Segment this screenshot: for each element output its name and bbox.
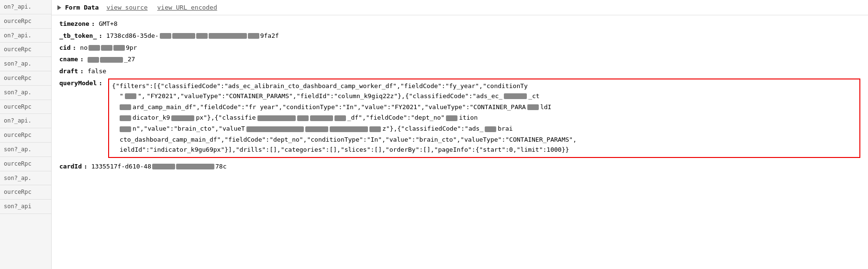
querymodel-field-name: queryModel bbox=[59, 78, 97, 89]
sidebar-item-5[interactable]: ourceRpc bbox=[0, 71, 51, 86]
redact-block bbox=[88, 57, 99, 63]
redact-block bbox=[248, 33, 259, 39]
sidebar-item-4[interactable]: son?_ap. bbox=[0, 57, 51, 71]
querymodel-line3: ard_camp_main_df","fieldCode":"fr year",… bbox=[112, 102, 857, 112]
redact-block bbox=[446, 115, 457, 121]
redact-block bbox=[171, 115, 194, 121]
querymodel-line6: cto_dashboard_camp_main_df","fieldCode":… bbox=[112, 135, 857, 145]
redact-block bbox=[113, 45, 125, 51]
redact-block bbox=[152, 164, 175, 169]
tb-token-field-value: 1738cd86-35de- 9fa2f bbox=[106, 31, 279, 41]
main-panel: Form Data view source view URL encoded t… bbox=[52, 0, 868, 269]
cardid-row: cardId : 1335517f-d610-48 78c bbox=[59, 162, 860, 172]
querymodel-line4: dicator_k9 px"},{"classifie _df","fieldC… bbox=[112, 113, 857, 123]
sidebar-item-1[interactable]: ourceRpc bbox=[0, 14, 51, 29]
sidebar-item-11[interactable]: ourceRpc bbox=[0, 157, 51, 171]
redact-block bbox=[485, 126, 496, 132]
header-bar: Form Data view source view URL encoded bbox=[52, 0, 868, 15]
sidebar-item-3[interactable]: ourceRpc bbox=[0, 43, 51, 57]
querymodel-row: queryModel : {"filters":[{"classifiedCod… bbox=[59, 78, 860, 160]
redact-block bbox=[297, 115, 309, 121]
cid-row: cid : no 9pr bbox=[59, 43, 860, 53]
expand-triangle-icon bbox=[57, 5, 61, 10]
redact-block bbox=[310, 115, 333, 121]
sidebar-item-8[interactable]: on?_api. bbox=[0, 114, 51, 128]
querymodel-line7: ieldId":"indicator_k9gu69px"}],"drills":… bbox=[112, 145, 857, 155]
redact-block bbox=[257, 115, 296, 121]
redact-block bbox=[125, 93, 136, 99]
redact-block bbox=[246, 126, 304, 132]
tb-token-field-name: _tb_token_ bbox=[59, 31, 97, 41]
querymodel-line1: {"filters":[{"classifiedCode":"ads_ec_al… bbox=[112, 81, 857, 91]
form-data-text: Form Data bbox=[65, 4, 99, 11]
redact-block bbox=[120, 115, 131, 121]
querymodel-value-block: {"filters":[{"classifiedCode":"ads_ec_al… bbox=[108, 78, 860, 158]
sidebar-item-10[interactable]: son?_ap. bbox=[0, 143, 51, 157]
cardid-field-name: cardId bbox=[59, 162, 82, 172]
redact-block bbox=[334, 115, 346, 121]
redact-block bbox=[101, 45, 112, 51]
redact-block bbox=[176, 164, 214, 169]
sidebar-item-7[interactable]: ourceRpc bbox=[0, 100, 51, 114]
tb-token-row: _tb_token_ : 1738cd86-35de- 9fa2f bbox=[59, 31, 860, 41]
cid-field-name: cid bbox=[59, 43, 70, 53]
timezone-field-name: timezone bbox=[59, 19, 89, 29]
redact-block bbox=[330, 126, 368, 132]
cname-field-value: _27 bbox=[88, 55, 135, 65]
sidebar: on?_api. ourceRpc on?_api. ourceRpc son?… bbox=[0, 0, 52, 269]
sidebar-item-12[interactable]: son?_ap. bbox=[0, 171, 51, 186]
form-data-content: timezone : GMT+8 _tb_token_ : 1738cd86-3… bbox=[52, 15, 868, 269]
redact-block bbox=[527, 104, 539, 110]
redact-block bbox=[504, 93, 527, 99]
sidebar-item-2[interactable]: on?_api. bbox=[0, 29, 51, 43]
redact-block bbox=[209, 33, 247, 39]
redact-block bbox=[196, 33, 208, 39]
view-source-link[interactable]: view source bbox=[106, 3, 147, 12]
sidebar-item-0[interactable]: on?_api. bbox=[0, 0, 51, 14]
redact-block bbox=[172, 33, 195, 39]
redact-block bbox=[120, 104, 131, 110]
sidebar-item-9[interactable]: ourceRpc bbox=[0, 128, 51, 143]
redact-block bbox=[369, 126, 381, 132]
redact-block bbox=[305, 126, 328, 132]
querymodel-line2: " ", "FY2021","valueType":"CONTAINER_PAR… bbox=[112, 91, 857, 101]
draft-field-name: draft bbox=[59, 67, 78, 77]
timezone-row: timezone : GMT+8 bbox=[59, 19, 860, 29]
redact-block bbox=[120, 126, 131, 132]
timezone-field-value: GMT+8 bbox=[99, 19, 117, 29]
cid-field-value: no 9pr bbox=[80, 43, 137, 53]
cname-row: cname : _27 bbox=[59, 55, 860, 65]
form-data-label: Form Data bbox=[57, 4, 99, 11]
draft-field-value: false bbox=[88, 67, 106, 77]
redact-block bbox=[89, 45, 100, 51]
draft-row: draft : false bbox=[59, 67, 860, 77]
cname-field-name: cname bbox=[59, 55, 78, 65]
cardid-field-value: 1335517f-d610-48 78c bbox=[91, 162, 227, 172]
sidebar-item-13[interactable]: ourceRpc bbox=[0, 185, 51, 200]
querymodel-line5: n","value":"brain_cto","valueT z"},{"cla… bbox=[112, 124, 857, 134]
redact-block bbox=[100, 57, 123, 63]
sidebar-item-14[interactable]: son?_api bbox=[0, 200, 51, 214]
sidebar-item-6[interactable]: son?_ap. bbox=[0, 86, 51, 100]
redact-block bbox=[160, 33, 171, 39]
view-url-encoded-link[interactable]: view URL encoded bbox=[157, 3, 217, 12]
